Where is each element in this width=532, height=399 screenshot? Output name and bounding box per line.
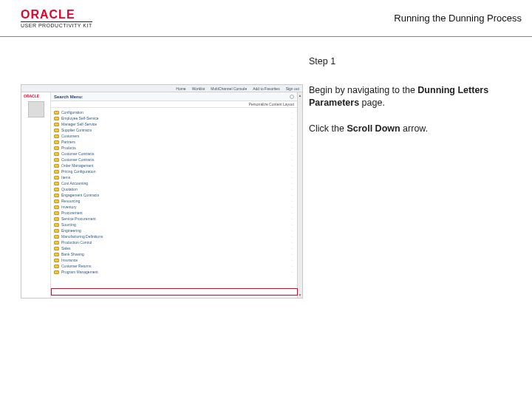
chevron-right-icon: · (292, 128, 293, 132)
top-link[interactable]: Add to Favorites (253, 86, 279, 91)
menu-item-label: Insurance (61, 258, 78, 262)
screenshot-column: Home Worklist MultiChannel Console Add t… (0, 37, 303, 299)
menu-item[interactable]: Products· (51, 145, 297, 151)
menu-item-label: Bank Shaving (61, 252, 84, 256)
mini-brand: ORACLE (21, 92, 50, 100)
screenshot-topbar: Home Worklist MultiChannel Console Add t… (21, 85, 302, 92)
instruction-line-1: Begin by navigating to the Dunning Lette… (309, 84, 501, 109)
text: arrow. (400, 123, 429, 134)
menu-item-label: Configuration (61, 110, 83, 115)
menu-item[interactable]: Configuration· (51, 109, 297, 115)
menu-item-label: Production Control (61, 240, 92, 245)
chevron-right-icon: · (292, 122, 293, 126)
folder-icon (54, 265, 59, 268)
menu-item-label: Engagement Contracts (61, 193, 99, 197)
menu-item-label: Employee Self-Service (61, 116, 99, 120)
menu-item-label: Cost Accounting (61, 181, 88, 185)
menu-item[interactable]: Manager Self-Service· (51, 121, 297, 127)
chevron-right-icon: · (292, 222, 293, 227)
chevron-right-icon: · (292, 240, 293, 245)
chevron-right-icon: · (292, 234, 293, 239)
menu-item[interactable]: Service Procurement· (51, 216, 297, 222)
scroll-up-icon[interactable]: ▲ (299, 93, 302, 98)
text: Begin by navigating to the (309, 85, 417, 95)
menu-item[interactable]: Engineering· (51, 228, 297, 233)
menu-item-label: Sales (61, 246, 71, 250)
menu-item[interactable]: Manufacturing Definitions· (51, 233, 297, 239)
menu-item[interactable]: Quotation· (51, 186, 297, 192)
text: page. (359, 98, 385, 108)
menu-item[interactable]: Inventory· (51, 204, 297, 210)
folder-icon (54, 223, 59, 227)
menu-item-label: Customers (61, 134, 79, 138)
menu-item-label: Program Management (61, 270, 98, 274)
menu-item[interactable]: Partners· (51, 139, 297, 145)
chevron-right-icon: · (292, 163, 293, 168)
chevron-right-icon: · (292, 211, 293, 215)
chevron-right-icon: · (292, 199, 293, 203)
menu-item[interactable]: Order Management· (51, 163, 297, 168)
menu-item-label: Supplier Contracts (61, 128, 92, 132)
menu-item-label: Inventory (61, 205, 77, 209)
chevron-right-icon: · (292, 264, 293, 268)
folder-icon (54, 158, 59, 162)
menu-item[interactable]: Production Control· (51, 239, 297, 245)
menu-item-label: Items (61, 175, 70, 180)
menu-item[interactable]: Customer Contracts· (51, 151, 297, 157)
instruction-highlight (51, 288, 298, 296)
folder-icon (54, 253, 59, 256)
menu-item-label: Products (61, 146, 76, 150)
scroll-down-icon[interactable]: ▼ (299, 293, 302, 297)
brand-logo: ORACLE USER PRODUCTIVITY KIT (21, 8, 92, 28)
placeholder-thumbnail (28, 101, 44, 117)
step-label: Step 1 (309, 55, 501, 68)
chevron-right-icon: · (292, 193, 293, 197)
menu-item[interactable]: Employee Self-Service· (51, 115, 297, 121)
menu-item[interactable]: Insurance· (51, 257, 297, 263)
chevron-right-icon: · (292, 169, 293, 174)
top-link[interactable]: Sign out (286, 86, 299, 91)
chevron-right-icon: · (292, 110, 293, 115)
screenshot-main: Search Menu: Personalize Content Layout … (51, 92, 297, 298)
screenshot-left-rail: ORACLE (21, 92, 51, 298)
chevron-right-icon: · (292, 146, 293, 150)
menu-item[interactable]: Customer Returns· (51, 263, 297, 269)
instruction-line-2: Click the Scroll Down arrow. (309, 123, 501, 135)
folder-icon (54, 152, 59, 156)
menu-item[interactable]: Customer Contracts· (51, 157, 297, 163)
menu-item[interactable]: Sales· (51, 245, 297, 251)
menu-item-label: Pricing Configuration (61, 169, 95, 174)
folder-icon (54, 188, 59, 191)
menu-item[interactable]: Pricing Configuration· (51, 168, 297, 174)
folder-icon (54, 123, 59, 126)
menu-item[interactable]: Customers· (51, 133, 297, 139)
menu-item[interactable]: Sourcing· (51, 222, 297, 228)
menu-item[interactable]: Procurement· (51, 210, 297, 216)
menu-item-label: Customer Contracts (61, 151, 94, 156)
folder-icon (54, 229, 59, 233)
scrollbar[interactable]: ▲ ▼ (297, 92, 302, 298)
menu-item[interactable]: Supplier Contracts· (51, 127, 297, 133)
menu-item[interactable]: Items· (51, 174, 297, 180)
subbar-text[interactable]: Personalize Content Layout (249, 102, 294, 106)
chevron-right-icon: · (292, 157, 293, 162)
menu-item[interactable]: Cost Accounting· (51, 180, 297, 186)
top-link[interactable]: Worklist (192, 86, 205, 91)
menu-item-label: Manufacturing Definitions (61, 234, 103, 239)
chevron-right-icon: · (292, 151, 293, 156)
menu-item-label: Customer Contracts (61, 157, 94, 162)
menu-item-label: Service Procurement (61, 216, 96, 221)
top-link[interactable]: MultiChannel Console (211, 86, 247, 91)
menu-item[interactable]: Resourcing· (51, 198, 297, 204)
menu-item[interactable]: Bank Shaving· (51, 251, 297, 257)
chevron-right-icon: · (292, 216, 293, 221)
menu-list: Configuration·Employee Self-Service·Mana… (51, 108, 297, 275)
text: Click the (309, 123, 347, 134)
chevron-right-icon: · (292, 252, 293, 256)
close-icon[interactable] (290, 95, 294, 99)
brand-word: ORACLE (21, 8, 75, 21)
top-link[interactable]: Home (176, 86, 185, 91)
menu-item[interactable]: Engagement Contracts· (51, 192, 297, 198)
menu-item[interactable]: Program Management· (51, 269, 297, 275)
folder-icon (54, 129, 59, 132)
